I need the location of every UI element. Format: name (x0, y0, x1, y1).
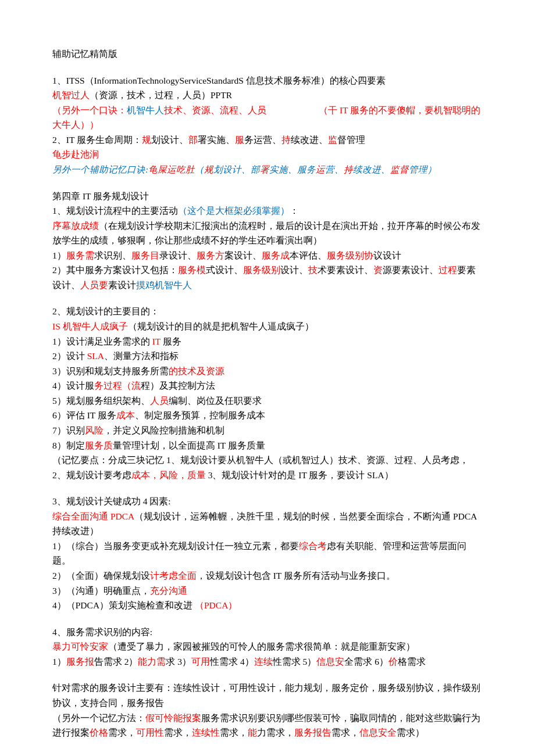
s2-l4: 2）其中服务方案设计又包括：服务模式设计、服务级别设计、技术要素设计、资源要素设… (52, 263, 483, 292)
s6-l1: 针对需求的服务设计主要有：连续性设计，可用性设计，能力规划，服务定价，服务级别协… (52, 680, 483, 710)
s2-l3: 1）服务需求识别、服务目录设计、服务方案设计、服务成本评估、服务级别协议设计 (52, 248, 483, 263)
s1-l1: 1、ITSS（InformationTechnologyServiceStand… (52, 73, 483, 88)
s3-l3: 1）设计满足业务需求的 IT 服务 (52, 334, 483, 349)
s4-l3: 1）（综合）当服务变更或补充规划设计任一独立元素，都要综合考虑有关职能、管理和运… (52, 539, 483, 568)
s3-l8: 6）评估 IT 服务成本、制定服务预算，控制服务成本 (52, 408, 483, 423)
s5-l3: 1）服务报告需求 2）能力需求 3）可用性需求 4）连续性需求 5）信息安全需求… (52, 654, 483, 669)
s3-l9: 7）识别风险，并定义风险控制措施和机制 (52, 423, 483, 438)
s3-l12: 2、规划设计要考虑成本，风险，质量 3、规划设计针对的是 IT 服务，要设计 S… (52, 468, 483, 483)
s3-l1: 2、规划设计的主要目的： (52, 304, 483, 319)
s1-l4: 2、IT 服务生命周期：规划设计、部署实施、服务运营、持续改进、监督管理 (52, 132, 483, 148)
s2-l2: 序幕放成绩（在规划设计学校期末汇报演出的流程时，最后的设计是在演出开始，拉开序幕… (52, 218, 483, 248)
s1-l2: 机智过人（资源，技术，过程，人员）PPTR (52, 88, 483, 103)
s5-l1: 4、服务需求识别的内容: (52, 625, 483, 640)
s3-l4: 2）设计 SLA、测量方法和指标 (52, 349, 483, 364)
chapter4-title: 第四章 IT 服务规划设计 (52, 189, 483, 204)
s3-l6: 4）设计服务过程（流程）及其控制方法 (52, 378, 483, 393)
s1-l6: 另外一个辅助记忆口诀:龟屎运吃肚（规划设计、部署实施、服务运营、持续改进、监督管… (52, 162, 483, 177)
s6-l2: （另外一个记忆方法：假可怜能报案服务需求识别要识别哪些假装可怜，骗取同情的，能对… (52, 711, 483, 740)
doc-title: 辅助记忆精简版 (52, 46, 483, 62)
s2-l1: 1、规划设计流程中的主要活动（这个是大框架必须掌握）： (52, 203, 483, 218)
s3-l11: （记忆要点：分成三块记忆 1、规划设计要从机智牛人（或机智过人）技术、资源、过程… (52, 453, 483, 468)
s4-l5: 3）（沟通）明确重点，充分沟通 (52, 583, 483, 599)
s3-l10: 8）制定服务质量管理计划，以全面提高 IT 服务质量 (52, 438, 483, 453)
s5-l2: 暴力可怜安家（遭受了暴力，家园被摧毁的可怜人的服务需求很简单：就是能重新安家） (52, 639, 483, 654)
s4-l4: 2）（全面）确保规划设计考虑全面，设规划设计包含 IT 服务所有活动与业务接口。 (52, 568, 483, 583)
s1-l3: （另外一个口诀：机智牛人技术、资源、流程、人员（干 IT 服务的不要傻帽，要机智… (52, 103, 483, 132)
s4-l6: 4）（PDCA）策划实施检查和改进 （PDCA） (52, 598, 483, 613)
s3-l5: 3）识别和规划支持服务所需的技术及资源 (52, 364, 483, 379)
s4-l2: 综合全面沟通 PDCA（规划设计，运筹帷幄，决胜千里，规划的时候，当然要全面综合… (52, 509, 483, 539)
s4-l1: 3、规划设计关键成功 4 因素: (52, 494, 483, 509)
s1-l5: 龟步赴池涧 (52, 147, 483, 162)
s3-l7: 5）规划服务组织架构、人员编制、岗位及任职要求 (52, 393, 483, 409)
s3-l2: IS 机智牛人成疯子（规划设计的目的就是把机智牛人逼成疯子） (52, 319, 483, 334)
